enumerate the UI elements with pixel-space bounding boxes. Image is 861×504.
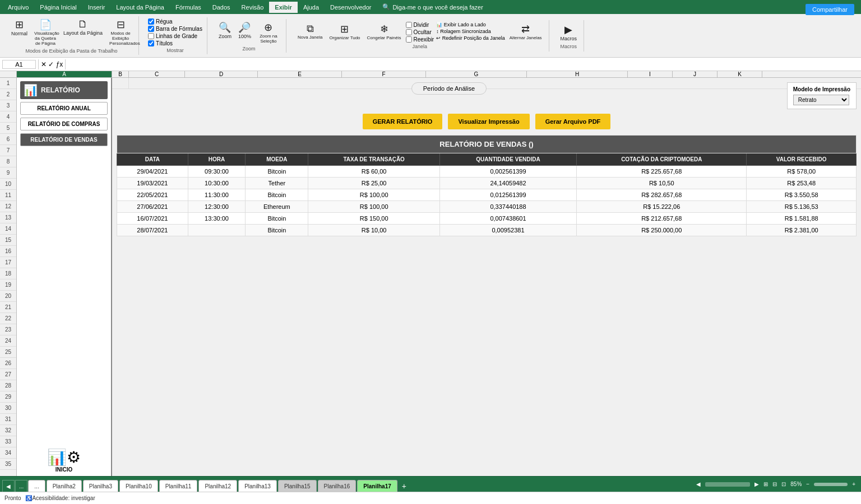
btn-nova-janela[interactable]: ⧉ Nova Janela: [295, 22, 325, 41]
check-linhas-grade[interactable]: Linhas de Grade: [148, 33, 202, 39]
row-number-16: 16: [0, 246, 16, 257]
zoom-plus-btn[interactable]: +: [852, 481, 855, 487]
btn-modos-personalizados[interactable]: ⊟ Modos de Exibição Personalizados: [107, 17, 134, 47]
sheet-tab-Planilha16[interactable]: Planilha16: [318, 480, 357, 492]
scroll-left-btn[interactable]: ◀: [696, 481, 701, 487]
cell-cotacao: R$ 282.657,68: [577, 189, 747, 201]
tab-pagina-inicial[interactable]: Página Inicial: [34, 2, 82, 13]
btn-congelar[interactable]: ❄ Congelar Painéis: [365, 22, 404, 41]
btn-relatorio-anual[interactable]: RELATÓRIO ANUAL: [20, 102, 108, 115]
cell-reference-box[interactable]: [2, 60, 36, 69]
cell-taxa: R$ 25,00: [308, 178, 439, 189]
btn-alternar[interactable]: ⇄ Alternar Janelas: [507, 22, 544, 41]
check-titulos[interactable]: Títulos: [148, 40, 202, 46]
check-ocultar[interactable]: Ocultar: [406, 29, 434, 35]
sheet-tab-Planilha11[interactable]: Planilha11: [159, 480, 198, 492]
col-header-A[interactable]: A: [17, 71, 112, 77]
btn-macros[interactable]: ▶ Macros: [558, 22, 580, 43]
col-header-B[interactable]: B: [112, 71, 129, 77]
cell-data: 22/05/2021: [117, 189, 188, 201]
zoom-slider[interactable]: [814, 483, 848, 486]
cell-cotacao: R$ 212.657,68: [577, 213, 747, 225]
col-header-F[interactable]: F: [342, 71, 426, 77]
col-header-G[interactable]: G: [426, 71, 527, 77]
modelo-select[interactable]: Retrato Paisagem: [793, 95, 849, 105]
gerar-pdf-btn[interactable]: Gerar Arquivo PDF: [535, 114, 611, 129]
scroll-right-btn[interactable]: ▶: [754, 481, 759, 487]
tab-ajuda[interactable]: Ajuda: [298, 2, 325, 13]
btn-relatorio-vendas[interactable]: RELATÓRIO DE VENDAS: [20, 133, 108, 146]
gerar-relatorio-btn[interactable]: GERAR RELATÓRIO: [363, 114, 443, 129]
sheet-tab-Planilha13[interactable]: Planilha13: [238, 480, 277, 492]
btn-zoom-selecao[interactable]: ⊕ Zoom na Seleção: [256, 20, 281, 45]
inicio-section: 📊⚙ INICIO: [20, 448, 108, 473]
visualizar-btn[interactable]: Visualizar Impressão: [448, 114, 529, 129]
cell-hora: 10:30:00: [188, 178, 246, 189]
btn-relatorio-compras[interactable]: RELATÓRIO DE COMPRAS: [20, 118, 108, 130]
tab-arquivo[interactable]: Arquivo: [2, 2, 34, 13]
row-number-7: 7: [0, 145, 16, 156]
col-header-C[interactable]: C: [129, 71, 185, 77]
status-right: ◀ ▶ ⊞ ⊟ ⊡ 85% − +: [691, 481, 861, 487]
scroll-sheets-left[interactable]: ◀: [2, 480, 15, 492]
btn-visualizacao[interactable]: 📄 Visualização da Quebra de Página: [32, 17, 59, 47]
share-button[interactable]: Compartilhar: [806, 4, 854, 15]
col-header-D[interactable]: D: [185, 71, 258, 77]
row-numbers: 1234567891011121314151617181920212223242…: [0, 78, 17, 476]
check-reexibir[interactable]: Reexibir: [406, 36, 434, 43]
row-number-29: 29: [0, 391, 16, 403]
tab-inserir[interactable]: Inserir: [82, 2, 111, 13]
check-dividir[interactable]: Dividir: [406, 22, 434, 28]
scroll-sheets-dots[interactable]: ...: [15, 480, 27, 492]
sheet-tab-Planilha10[interactable]: Planilha10: [119, 480, 158, 492]
sheet-tab-Planilha12[interactable]: Planilha12: [198, 480, 237, 492]
col-header-J[interactable]: J: [673, 71, 718, 77]
view-normal-icon[interactable]: ⊞: [763, 481, 768, 487]
row-number-13: 13: [0, 212, 16, 223]
row-number-18: 18: [0, 268, 16, 279]
sheet-tab-Planilha3[interactable]: Planilha3: [83, 480, 118, 492]
btn-zoom[interactable]: 🔍 Zoom: [216, 20, 234, 45]
tab-search[interactable]: 🔍 Diga-me o que você deseja fazer: [377, 1, 488, 13]
zoom-level: 85%: [790, 481, 802, 487]
chart-icon: 📊: [24, 83, 38, 97]
spreadsheet-content[interactable]: 📊 RELATÓRIO RELATÓRIO ANUAL RELATÓRIO DE…: [17, 78, 861, 476]
btn-lado-a-lado[interactable]: 📊 Exibir Lado a Lado: [436, 22, 505, 27]
tab-layout[interactable]: Layout da Página: [110, 2, 170, 13]
btn-layout[interactable]: 🗋 Layout da Página: [61, 17, 105, 47]
formula-input[interactable]: [68, 60, 859, 68]
ribbon-group-zoom: 🔍 Zoom 🔎 100% ⊕ Zoom na Seleção Zoom: [212, 19, 286, 53]
col-header-I[interactable]: I: [628, 71, 673, 77]
page-break-icon: 📄: [39, 18, 52, 31]
cell-quantidade: 0,002561399: [439, 166, 576, 178]
tab-formulas[interactable]: Fórmulas: [170, 2, 207, 13]
view-page-icon[interactable]: ⊟: [772, 481, 777, 487]
view-layout-icon[interactable]: ⊡: [781, 481, 786, 487]
check-barra-formulas[interactable]: Barra de Fórmulas: [148, 26, 202, 32]
tab-desenvolvedor[interactable]: Desenvolvedor: [325, 2, 377, 13]
table-row: 19/03/2021 10:30:00 Tether R$ 25,00 24,1…: [117, 178, 857, 189]
add-sheet-btn[interactable]: +: [399, 480, 410, 492]
cell-valor: R$ 3.550,58: [747, 189, 857, 201]
zoom-minus-btn[interactable]: −: [806, 481, 809, 487]
col-header-E[interactable]: E: [258, 71, 342, 77]
btn-normal[interactable]: ⊞ Normal: [9, 17, 30, 47]
scroll-bar[interactable]: [705, 482, 750, 487]
btn-rolagem[interactable]: ↕ Rolagem Sincronizada: [436, 29, 505, 34]
col-header-H[interactable]: H: [527, 71, 628, 77]
sheet-tab-...[interactable]: ...: [28, 480, 45, 492]
tab-revisao[interactable]: Revisão: [236, 2, 270, 13]
col-header-K[interactable]: K: [718, 71, 762, 77]
btn-redefinir[interactable]: ↩ Redefinir Posição da Janela: [436, 35, 505, 41]
tab-dados[interactable]: Dados: [207, 2, 236, 13]
cell-hora: 09:30:00: [188, 166, 246, 178]
btn-zoom-pct[interactable]: 🔎 100%: [236, 20, 253, 45]
sheet-tab-Planilha15[interactable]: Planilha15: [278, 480, 317, 492]
cell-taxa: R$ 100,00: [308, 189, 439, 201]
btn-organizar[interactable]: ⊞ Organizar Tudo: [327, 22, 362, 41]
tab-exibir[interactable]: Exibir: [269, 2, 298, 13]
sheet-tab-Planilha17[interactable]: Planilha17: [357, 480, 397, 492]
sheet-tab-Planilha2[interactable]: Planilha2: [47, 480, 82, 492]
check-regua[interactable]: Régua: [148, 18, 202, 25]
cell-data: 29/04/2021: [117, 166, 188, 178]
